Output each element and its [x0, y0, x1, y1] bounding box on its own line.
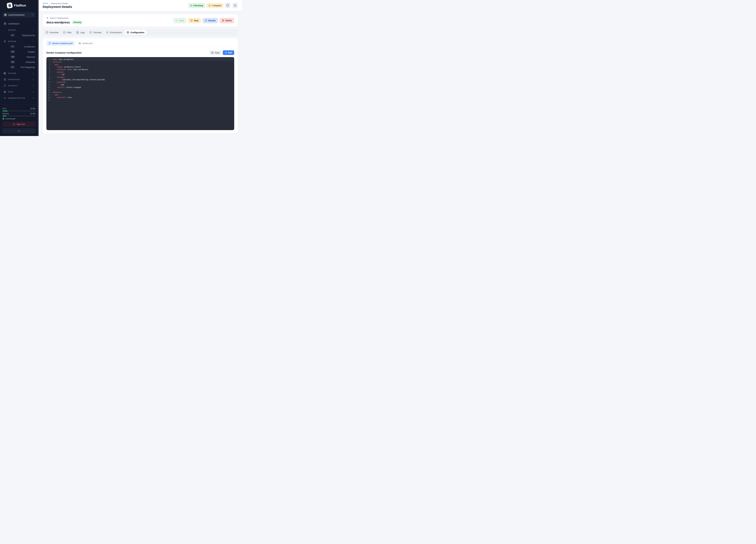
line-number: 1 [46, 58, 50, 61]
chev-right-icon [32, 97, 34, 99]
count-badge: 13 [10, 50, 15, 53]
line-number: 7 [46, 73, 50, 76]
running-count-badge: 6 Running [188, 3, 205, 8]
delete-button[interactable]: Delete [220, 18, 234, 23]
code-line-10: 10 networks: [46, 81, 234, 84]
tab-environment[interactable]: Environment [104, 30, 124, 35]
collapse-sidebar-button[interactable] [2, 129, 35, 134]
chev-down-icon [32, 41, 34, 42]
grid-icon [4, 91, 6, 93]
stopped-count-badge: 1 Stopped [207, 3, 223, 8]
sidebar-section-stacks[interactable]: STACKS [2, 28, 35, 33]
sidebar-section-security[interactable]: SECURITY [2, 83, 35, 88]
line-number: 11 [46, 84, 50, 86]
tab-bar: OverviewFilesLogsTerminalEnvironmentConf… [43, 29, 238, 36]
sidebar: FlatRun Local Environment Dashboard STAC… [0, 0, 38, 136]
edit-button[interactable]: Edit [223, 50, 234, 55]
line-number: 5 [46, 68, 50, 71]
line-number: 14 [46, 91, 50, 94]
breadcrumb: Home › Deployment Details [43, 2, 72, 5]
line-number: 4 [46, 66, 50, 68]
code-line-11: 11 - web [46, 84, 234, 86]
back-to-deployments-link[interactable]: Back to Deployments [46, 17, 83, 19]
file-tab-docker-compose-yml[interactable]: docker-compose.yml [46, 41, 75, 46]
count-badge: 10 [10, 61, 15, 63]
metric-value: 11.8% [30, 113, 35, 115]
sidebar-section-docker[interactable]: DOCKER [2, 39, 35, 44]
sidebar-item-volumes[interactable]: 10Volumes [2, 54, 35, 59]
tab-configuration[interactable]: Configuration [124, 30, 147, 35]
configuration-card: docker-compose.ymlservice.yml Docker Com… [43, 38, 238, 134]
tab-files[interactable]: Files [61, 30, 74, 35]
section-label: DATABASES [8, 79, 30, 80]
tab-terminal[interactable]: Terminal [87, 30, 103, 35]
chevrons-left-icon [18, 130, 20, 132]
sidebar-nav-sections: STACKS4DeploymentsDOCKER7Containers13Ima… [2, 28, 35, 101]
code-line-15: 15 web: [46, 94, 234, 96]
deployment-card: Back to Deployments docs-wordpress Runni… [43, 14, 238, 27]
server-icon [4, 72, 6, 75]
logout-icon [13, 123, 15, 125]
dashboard-label: Dashboard [8, 22, 19, 25]
notifications-button[interactable] [232, 3, 238, 8]
code-line-4: 4 image: wordpress:latest [46, 66, 234, 68]
sidebar-item-networks[interactable]: 10Networks [2, 59, 35, 65]
sidebar-item-port-mappings[interactable]: 8Port Mappings [2, 65, 35, 70]
refresh-button[interactable] [225, 3, 231, 8]
sidebar-item-dashboard[interactable]: Dashboard [2, 21, 35, 26]
line-number: 10 [46, 81, 50, 84]
line-number: 8 [46, 76, 50, 79]
sidebar-section-databases[interactable]: DATABASES [2, 77, 35, 82]
code-line-16: 16 external: true [46, 96, 234, 99]
code-text: restart: unless-stopped [53, 86, 81, 89]
environment-selector[interactable]: Local Environment [2, 12, 35, 18]
start-button[interactable]: Start [173, 18, 186, 23]
info-icon [46, 31, 48, 34]
sidebar-section-administration[interactable]: ADMINISTRATION [2, 96, 35, 101]
breadcrumb-home-link[interactable]: Home [43, 2, 48, 5]
sidebar-section-apps[interactable]: APPS [2, 89, 35, 95]
code-editor[interactable]: 1name: docs-wordpress2services:3 app:4 i… [46, 57, 234, 130]
copy-icon [211, 52, 213, 54]
grid-icon [4, 22, 6, 25]
file-tab-service-yml[interactable]: service.yml [77, 41, 95, 46]
header-right: 6 Running 1 Stopped [188, 3, 238, 8]
sign-out-button[interactable]: Sign Out [2, 122, 35, 127]
stop-label: Stop [194, 19, 199, 22]
deployment-status-badge: Running [72, 21, 83, 24]
tab-logs[interactable]: Logs [74, 30, 87, 35]
copy-label: Copy [215, 52, 220, 54]
stop-button[interactable]: Stop [188, 18, 201, 23]
line-number: 9 [46, 78, 50, 81]
tab-label: Overview [50, 31, 58, 34]
cube-icon [4, 40, 6, 43]
deployment-actions: Start Stop Restart Delete [173, 18, 234, 23]
breadcrumb-separator: › [49, 2, 50, 5]
line-number: 16 [46, 96, 50, 99]
sidebar-item-images[interactable]: 13Images [2, 49, 35, 54]
section-label: ADMINISTRATION [8, 97, 30, 99]
sidebar-item-deployments[interactable]: 4Deployments [2, 33, 35, 38]
sidebar-item-containers[interactable]: 7Containers [2, 44, 35, 49]
fold-icon [50, 77, 53, 78]
code-text: networks: [53, 91, 62, 94]
metric-memory: Memory11.8% [2, 113, 35, 115]
line-number: 6 [46, 71, 50, 73]
count-badge: 7 [10, 45, 15, 48]
metric-value: 15.8% [30, 108, 35, 110]
count-badge: 10 [10, 55, 15, 58]
tab-label: Logs [80, 31, 85, 34]
code-text: expose: [53, 71, 64, 73]
environment-label: Local Environment [8, 14, 24, 16]
code-text: name: docs-wordpress [53, 58, 73, 61]
tab-overview[interactable]: Overview [44, 30, 60, 35]
gear-icon [79, 42, 81, 44]
sidebar-section-system[interactable]: SYSTEM [2, 71, 35, 76]
sliders-icon [4, 97, 6, 99]
copy-button[interactable]: Copy [209, 50, 222, 55]
chev-right-icon [32, 91, 34, 93]
count-badge: 8 [10, 66, 15, 68]
nav-item-label: Networks [26, 61, 35, 63]
restart-button[interactable]: Restart [202, 18, 218, 23]
chev-right-icon [32, 72, 34, 74]
